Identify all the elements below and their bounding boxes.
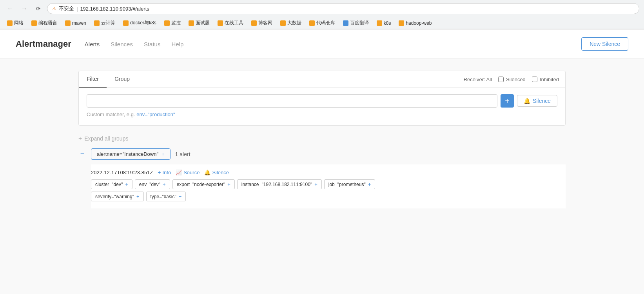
- bookmark-icon: [189, 20, 194, 26]
- main-content: Filter Group Receiver: All Silenced Inhi…: [0, 59, 644, 294]
- bookmark-item[interactable]: maven: [63, 20, 89, 27]
- tag-add-icon[interactable]: +: [136, 194, 140, 199]
- bookmark-item[interactable]: 代码仓库: [307, 19, 337, 27]
- tab-group[interactable]: Group: [107, 71, 138, 88]
- custom-matcher-hint: Custom matcher, e.g. env="production": [87, 111, 557, 117]
- info-label: Info: [162, 170, 171, 175]
- url-text: 192.168.182.110:9093/#/alerts: [80, 6, 149, 12]
- group-count: 1 alert: [175, 151, 190, 157]
- expand-all-button[interactable]: + Expand all groups: [78, 135, 566, 142]
- bookmark-icon: [164, 20, 170, 26]
- filter-input[interactable]: [87, 94, 497, 108]
- add-filter-button[interactable]: +: [501, 94, 514, 108]
- alert-group: − alertname="InstanceDown" + 1 alert 202…: [78, 148, 566, 208]
- custom-matcher-example: env="production": [136, 111, 175, 117]
- tag: cluster="dev"+: [91, 179, 132, 189]
- bookmark-item[interactable]: 在线工具: [215, 19, 246, 27]
- bookmark-icon: [123, 20, 129, 26]
- silenced-checkbox-label[interactable]: Silenced: [498, 77, 526, 82]
- app-nav: AlertsSilencesStatusHelp: [83, 40, 185, 48]
- new-silence-button[interactable]: New Silence: [581, 37, 628, 51]
- bookmark-item[interactable]: 大数据: [278, 19, 304, 27]
- nav-link-alerts[interactable]: Alerts: [83, 40, 101, 48]
- bookmark-item[interactable]: k8s: [374, 20, 394, 27]
- source-label: Source: [183, 170, 200, 175]
- source-icon: 📈: [176, 170, 182, 175]
- silence-alert-button[interactable]: 🔔 Silence: [204, 170, 229, 175]
- bookmark-icon: [377, 20, 382, 26]
- tag-add-icon[interactable]: +: [227, 181, 230, 187]
- bookmark-item[interactable]: 网络: [5, 19, 26, 27]
- bookmark-label: 大数据: [287, 20, 301, 26]
- alert-group-header: − alertname="InstanceDown" + 1 alert: [78, 148, 566, 160]
- collapse-group-button[interactable]: −: [78, 150, 86, 158]
- nav-link-silences[interactable]: Silences: [109, 40, 134, 48]
- forward-button[interactable]: →: [19, 3, 30, 14]
- bookmarks-bar: 网络编程语言maven云计算docker与k8s监控面试题在线工具博客网大数据代…: [0, 17, 644, 29]
- tag: job="prometheus"+: [324, 179, 376, 189]
- bookmark-icon: [218, 20, 223, 26]
- alert-item-header: 2022-12-17T08:19:23.851Z + Info 📈 Source…: [91, 169, 566, 175]
- inhibited-checkbox[interactable]: [532, 77, 537, 82]
- info-plus-icon: +: [158, 169, 161, 175]
- bookmark-label: 百度翻译: [350, 20, 369, 26]
- tag-add-icon[interactable]: +: [368, 181, 371, 187]
- address-bar[interactable]: ⚠ 不安全 | 192.168.182.110:9093/#/alerts: [47, 3, 639, 14]
- inhibited-checkbox-label[interactable]: Inhibited: [532, 77, 559, 82]
- bookmark-item[interactable]: hadoop-web: [396, 20, 434, 27]
- bookmark-item[interactable]: 博客网: [249, 19, 275, 27]
- tag-value: env="dev": [139, 182, 160, 187]
- bookmark-icon: [280, 20, 286, 26]
- tag: export="node-exporter"+: [172, 179, 235, 189]
- browser-chrome: ← → ⟳ ⚠ 不安全 | 192.168.182.110:9093/#/ale…: [0, 0, 644, 29]
- bookmark-item[interactable]: 百度翻译: [341, 19, 371, 27]
- receiver-section: Receiver: All Silenced Inhibited: [457, 77, 565, 82]
- tags-row-2: severity="warning"+type="basic"+: [91, 192, 566, 201]
- bookmark-label: 在线工具: [225, 20, 243, 26]
- bookmark-icon: [94, 20, 100, 26]
- bookmark-item[interactable]: docker与k8s: [121, 19, 159, 27]
- security-label: 不安全: [59, 5, 74, 12]
- info-button[interactable]: + Info: [158, 169, 171, 175]
- bookmark-item[interactable]: 监控: [162, 19, 183, 27]
- security-icon: ⚠: [52, 6, 56, 11]
- silence-filter-label: Silence: [533, 98, 551, 104]
- bookmark-label: 面试题: [196, 20, 210, 26]
- bookmark-label: docker与k8s: [130, 20, 156, 26]
- bookmark-icon: [65, 20, 71, 26]
- silence-alert-icon: 🔔: [204, 170, 210, 175]
- tag: severity="warning"+: [91, 192, 144, 201]
- tag: instance="192.168.182.111:9100"+: [237, 179, 322, 189]
- alert-item: 2022-12-17T08:19:23.851Z + Info 📈 Source…: [91, 164, 566, 208]
- bookmark-label: 代码仓库: [316, 20, 335, 26]
- bookmark-item[interactable]: 面试题: [186, 19, 212, 27]
- silenced-checkbox[interactable]: [498, 77, 504, 82]
- back-button[interactable]: ←: [5, 3, 16, 14]
- alert-timestamp: 2022-12-17T08:19:23.851Z: [91, 170, 153, 175]
- tag-add-icon[interactable]: +: [314, 181, 317, 187]
- group-tag-add-button[interactable]: +: [161, 151, 165, 157]
- bookmark-icon: [309, 20, 315, 26]
- tag-value: cluster="dev": [95, 182, 123, 187]
- bookmark-icon: [251, 20, 257, 26]
- tag-add-icon[interactable]: +: [125, 181, 128, 187]
- tab-filter[interactable]: Filter: [79, 71, 107, 88]
- bookmark-item[interactable]: 云计算: [92, 19, 118, 27]
- tag-add-icon[interactable]: +: [179, 194, 182, 199]
- source-button[interactable]: 📈 Source: [176, 170, 200, 175]
- nav-link-help[interactable]: Help: [170, 40, 185, 48]
- tag-add-icon[interactable]: +: [163, 181, 166, 187]
- tag: env="dev"+: [135, 179, 170, 189]
- tag-value: instance="192.168.182.111:9100": [241, 182, 312, 187]
- bookmark-icon: [343, 20, 348, 26]
- refresh-button[interactable]: ⟳: [33, 3, 44, 14]
- tag-value: type="basic": [151, 194, 176, 199]
- expand-all-label: Expand all groups: [84, 135, 128, 142]
- silence-filter-button[interactable]: 🔔 Silence: [517, 95, 557, 107]
- nav-link-status[interactable]: Status: [142, 40, 162, 48]
- bookmark-item[interactable]: 编程语言: [29, 19, 60, 27]
- bookmark-icon: [399, 20, 404, 26]
- bookmark-label: 博客网: [258, 20, 272, 26]
- app: Alertmanager AlertsSilencesStatusHelp Ne…: [0, 29, 644, 294]
- filter-tabs: Filter Group Receiver: All Silenced Inhi…: [79, 71, 565, 88]
